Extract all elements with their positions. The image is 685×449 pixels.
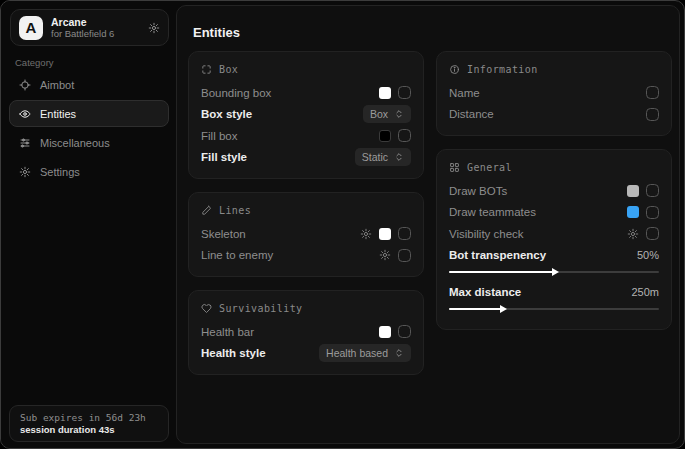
sidebar-item-aimbot[interactable]: Aimbot [9,71,169,98]
sidebar-item-label: Entities [40,108,76,120]
slider-value: 250m [631,286,659,298]
checkbox[interactable] [398,249,411,262]
dropdown-value: Static [362,151,388,163]
card-survivability: SurvivabilityHealth barHealth styleHealt… [188,290,424,375]
setting-row-fill-style: Fill styleStatic [201,147,411,169]
color-swatch[interactable] [379,130,391,142]
checkbox[interactable] [398,129,411,142]
gear-icon[interactable] [379,249,391,261]
setting-label: Skeleton [201,228,360,240]
slider-track[interactable] [449,305,659,313]
color-swatch[interactable] [379,326,391,338]
card-header: Information [449,61,659,77]
setting-row-draw-teammates: Draw teammates [449,202,659,224]
setting-row-visibility-check: Visibility check [449,223,659,245]
sidebar-header: A Arcane for Battlefield 6 [10,9,169,46]
setting-row-skeleton: Skeleton [201,223,411,245]
card-title: General [467,162,512,173]
app-name: Arcane [51,16,148,28]
card-box: BoxBounding boxBox styleBoxFill boxFill … [188,51,424,179]
gear-icon[interactable] [148,22,160,34]
setting-row-fill-box: Fill box [201,125,411,147]
setting-label: Bot transpenency [449,249,637,261]
setting-label: Draw teammates [449,206,627,218]
heart-icon [201,303,212,314]
main-panel: Entities BoxBounding boxBox styleBoxFill… [176,5,680,444]
checkbox[interactable] [398,86,411,99]
dropdown-health-style[interactable]: Health based [319,344,411,362]
setting-row-health-style: Health styleHealth based [201,343,411,365]
color-swatch[interactable] [627,206,639,218]
chevrons-updown-icon [394,109,404,119]
box-corners-icon [201,64,212,75]
sidebar-item-label: Miscellaneous [40,137,110,149]
slider-value: 50% [637,249,659,261]
sidebar-item-miscellaneous[interactable]: Miscellaneous [9,129,169,156]
checkbox[interactable] [646,206,659,219]
card-header: Box [201,61,411,77]
card-header: Lines [201,202,411,218]
setting-label: Draw BOTs [449,185,627,197]
setting-row-bounding-box: Bounding box [201,82,411,104]
color-swatch[interactable] [379,87,391,99]
sidebar-item-settings[interactable]: Settings [9,158,169,185]
category-label: Category [15,57,54,68]
card-lines: LinesSkeletonLine to enemy [188,192,424,277]
setting-label: Bounding box [201,87,379,99]
setting-row-distance: Distance [449,104,659,126]
setting-slider-bot-transpenency: Bot transpenency50% [449,245,659,282]
cards-container: BoxBounding boxBox styleBoxFill boxFill … [188,51,672,375]
card-information: InformationNameDistance [436,51,672,136]
app-window: A Arcane for Battlefield 6 Category Aimb… [0,0,685,449]
slider-track[interactable] [449,268,659,276]
setting-label: Health style [201,347,319,359]
session-duration-text: session duration 43s [20,424,158,435]
grid-icon [449,162,460,173]
checkbox[interactable] [646,86,659,99]
setting-slider-max-distance: Max distance250m [449,282,659,319]
checkbox[interactable] [646,227,659,240]
setting-row-box-style: Box styleBox [201,104,411,126]
entities-icon [19,108,31,120]
app-logo: A [19,16,43,40]
crosshair-icon [19,79,31,91]
card-title: Box [219,64,238,75]
dropdown-value: Health based [326,347,388,359]
setting-row-health-bar: Health bar [201,321,411,343]
color-swatch[interactable] [379,228,391,240]
card-title: Lines [219,205,251,216]
sub-expires-text: Sub expires in 56d 23h [20,412,158,423]
setting-label: Line to enemy [201,249,379,261]
color-swatch[interactable] [627,185,639,197]
setting-row-draw-bots: Draw BOTs [449,180,659,202]
gear-icon[interactable] [360,228,372,240]
setting-label: Max distance [449,286,631,298]
setting-row-line-to-enemy: Line to enemy [201,245,411,267]
checkbox[interactable] [398,325,411,338]
setting-label: Name [449,87,646,99]
pencil-icon [201,205,212,216]
slider-thumb[interactable] [552,268,559,276]
chevrons-updown-icon [394,348,404,358]
info-icon [449,64,460,75]
app-subtitle: for Battlefield 6 [51,29,148,40]
setting-label: Box style [201,108,363,120]
card-header: Survivability [201,300,411,316]
dropdown-fill-style[interactable]: Static [355,148,411,166]
card-column: BoxBounding boxBox styleBoxFill boxFill … [188,51,424,375]
setting-label: Visibility check [449,228,627,240]
dropdown-value: Box [370,108,388,120]
sidebar-nav: AimbotEntitiesMiscellaneousSettings [9,71,169,185]
sliders-icon [19,137,31,149]
sidebar-item-entities[interactable]: Entities [9,100,169,127]
checkbox[interactable] [646,184,659,197]
chevrons-updown-icon [394,152,404,162]
slider-thumb[interactable] [500,305,507,313]
checkbox[interactable] [398,227,411,240]
card-title: Survivability [219,303,302,314]
card-general: GeneralDraw BOTsDraw teammatesVisibility… [436,149,672,330]
dropdown-box-style[interactable]: Box [363,105,411,123]
checkbox[interactable] [646,108,659,121]
card-column: InformationNameDistanceGeneralDraw BOTsD… [436,51,672,375]
gear-icon[interactable] [627,228,639,240]
